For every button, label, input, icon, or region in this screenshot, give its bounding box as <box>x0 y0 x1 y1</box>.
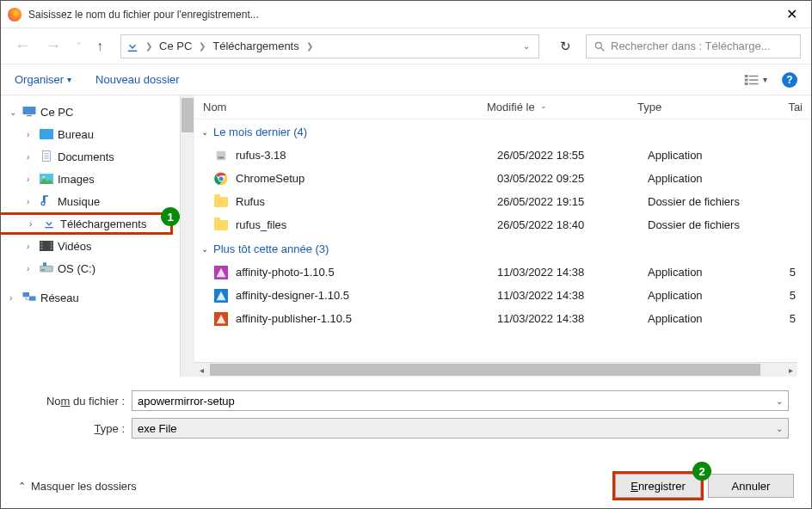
tree-this-pc[interactable]: ⌄ Ce PC <box>1 101 194 123</box>
title-bar: Saisissez le nom du fichier pour l'enreg… <box>1 1 811 28</box>
chevron-right-icon[interactable]: › <box>27 175 39 184</box>
svg-rect-31 <box>217 150 226 160</box>
chevron-right-icon[interactable]: › <box>27 130 39 139</box>
scroll-left-icon[interactable]: ◂ <box>194 363 208 377</box>
refresh-button[interactable]: ↻ <box>553 34 577 58</box>
pc-icon <box>22 105 37 119</box>
file-date: 26/05/2022 18:55 <box>497 149 648 162</box>
svg-rect-32 <box>218 156 225 158</box>
chevron-right-icon[interactable]: › <box>9 293 22 303</box>
file-row[interactable]: affinity-designer-1.10.511/03/2022 14:38… <box>194 284 811 307</box>
chevron-down-icon[interactable]: ⌄ <box>9 107 22 117</box>
file-type: Application <box>648 289 777 302</box>
svg-rect-27 <box>23 292 30 297</box>
file-row[interactable]: rufus_files26/05/2022 18:40Dossier de fi… <box>194 213 811 236</box>
close-button[interactable]: ✕ <box>779 3 804 26</box>
organize-menu[interactable]: Organiser ▾ <box>15 73 71 86</box>
tree-documents[interactable]: › Documents <box>1 145 194 168</box>
file-type: Dossier de fichiers <box>648 195 777 208</box>
file-list: Nom Modifié le⌄ Type Tai ⌄ Le mois derni… <box>194 95 811 377</box>
music-icon <box>39 194 54 208</box>
back-button[interactable]: ← <box>11 35 34 57</box>
help-button[interactable]: ? <box>782 72 797 88</box>
file-type: Application <box>648 312 777 325</box>
chevron-up-icon: ⌃ <box>18 481 26 492</box>
svg-rect-6 <box>749 79 759 81</box>
forward-button[interactable]: → <box>42 35 65 57</box>
col-type[interactable]: Type <box>629 101 758 113</box>
search-placeholder: Rechercher dans : Télécharge... <box>611 40 770 52</box>
breadcrumb[interactable]: ❯ Ce PC ❯ Téléchargements ❯ ⌄ <box>120 34 539 58</box>
col-modified[interactable]: Modifié le⌄ <box>478 101 629 113</box>
breadcrumb-root[interactable]: Ce PC <box>154 40 197 52</box>
tree-downloads[interactable]: › Téléchargements <box>1 212 173 235</box>
search-input[interactable]: Rechercher dans : Télécharge... <box>586 34 801 58</box>
chevron-right-icon[interactable]: › <box>27 264 39 273</box>
file-date: 26/05/2022 19:15 <box>497 195 648 208</box>
chevron-right-icon[interactable]: › <box>29 219 41 229</box>
chevron-right-icon[interactable]: › <box>27 197 39 206</box>
scroll-right-icon[interactable]: ▸ <box>784 363 797 377</box>
breadcrumb-dropdown[interactable]: ⌄ <box>518 41 535 51</box>
chevron-down-icon[interactable]: ⌄ <box>776 396 783 406</box>
group-header[interactable]: ⌄ Plus tôt cette année (3) <box>194 236 811 261</box>
hide-folders-button[interactable]: ⌃ Masquer les dossiers <box>18 480 137 493</box>
save-button[interactable]: Enregistrer <box>615 474 701 498</box>
annotation-badge-2: 2 <box>692 462 711 481</box>
tree-osdrive[interactable]: › OS (C:) <box>1 257 194 279</box>
chevron-down-icon: ▾ <box>763 75 767 84</box>
group-header[interactable]: ⌄ Le mois dernier (4) <box>194 120 811 144</box>
svg-rect-21 <box>51 242 52 243</box>
col-name[interactable]: Nom <box>194 101 478 113</box>
view-options-button[interactable]: ▾ <box>738 71 773 89</box>
filename-input[interactable]: apowermirror-setup ⌄ <box>132 390 789 411</box>
fields-area: Nom du fichier : apowermirror-setup ⌄ Ty… <box>1 377 811 449</box>
svg-rect-8 <box>23 107 36 114</box>
recent-dropdown[interactable]: ˅ <box>73 40 84 52</box>
breadcrumb-folder[interactable]: Téléchargements <box>207 40 304 52</box>
downloads-icon <box>41 217 57 230</box>
file-row[interactable]: rufus-3.1826/05/2022 18:55Application <box>194 144 811 167</box>
chevron-down-icon: ⌄ <box>201 127 208 137</box>
chevron-right-icon[interactable]: › <box>27 242 39 251</box>
tree-desktop[interactable]: › Bureau <box>1 123 194 145</box>
tree-videos[interactable]: › Vidéos <box>1 235 194 257</box>
svg-rect-28 <box>29 297 36 301</box>
file-row[interactable]: ChromeSetup03/05/2022 09:25Application <box>194 167 811 190</box>
cancel-button[interactable]: Annuler <box>708 474 794 498</box>
type-label: Type : <box>23 422 132 435</box>
file-date: 26/05/2022 18:40 <box>497 218 648 231</box>
file-row[interactable]: affinity-publisher-1.10.511/03/2022 14:3… <box>194 307 811 330</box>
svg-rect-26 <box>43 262 46 266</box>
network-icon <box>22 291 37 304</box>
file-name: ChromeSetup <box>236 172 304 185</box>
tree-scrollbar[interactable] <box>180 95 194 377</box>
svg-rect-18 <box>40 242 42 243</box>
file-size: 5 <box>777 312 811 325</box>
tree-pictures[interactable]: › Images <box>1 168 194 190</box>
footer: ⌃ Masquer les dossiers Enregistrer 2 Ann… <box>1 463 811 508</box>
window-title: Saisissez le nom du fichier pour l'enreg… <box>28 9 779 21</box>
filename-label: Nom du fichier : <box>23 395 132 408</box>
file-type: Application <box>648 266 777 279</box>
svg-rect-2 <box>745 75 748 77</box>
chevron-down-icon[interactable]: ⌄ <box>776 424 783 433</box>
type-select[interactable]: exe File ⌄ <box>132 418 789 438</box>
chevron-right-icon[interactable]: › <box>27 152 39 162</box>
downloads-crumb-icon <box>125 39 140 54</box>
chevron-down-icon: ▾ <box>67 75 71 84</box>
file-type: Dossier de fichiers <box>648 218 777 231</box>
new-folder-button[interactable]: Nouveau dossier <box>95 73 180 86</box>
up-button[interactable]: ↑ <box>93 37 107 56</box>
horizontal-scrollbar[interactable]: ◂ ▸ <box>194 362 797 377</box>
file-icon <box>213 288 229 304</box>
chevron-right-icon: ❯ <box>144 41 154 51</box>
file-row[interactable]: Rufus26/05/2022 19:15Dossier de fichiers <box>194 190 811 213</box>
tree-network[interactable]: › Réseau <box>1 286 194 309</box>
file-icon <box>213 218 229 233</box>
firefox-icon <box>8 8 22 21</box>
file-row[interactable]: affinity-photo-1.10.511/03/2022 14:38App… <box>194 261 811 284</box>
svg-rect-9 <box>27 115 32 117</box>
col-size[interactable]: Tai <box>758 101 811 113</box>
svg-rect-3 <box>745 78 748 81</box>
